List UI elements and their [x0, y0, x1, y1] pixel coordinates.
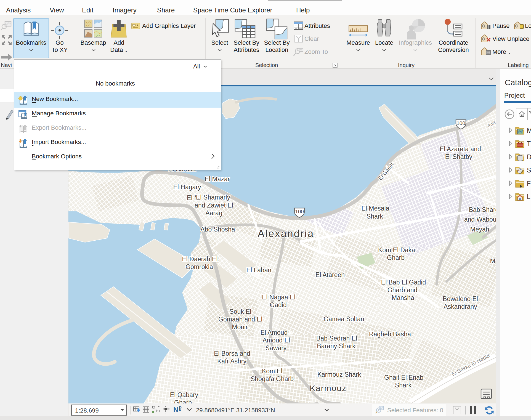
svg-text:N: N: [173, 406, 179, 414]
svg-text:El Hagary: El Hagary: [173, 184, 201, 191]
svg-text:Shark: Shark: [395, 382, 412, 389]
svg-text:Souk El: Souk El: [229, 308, 251, 315]
svg-text:Kom El: Kom El: [262, 368, 282, 375]
svg-text:Karmouz: Karmouz: [310, 384, 347, 393]
svg-text:El Azareta and: El Azareta and: [440, 145, 481, 153]
svg-text:Gharb: Gharb: [174, 399, 192, 403]
svg-text:Ragheb Basha: Ragheb Basha: [369, 331, 411, 338]
svg-text:and Zawiet El: and Zawiet El: [195, 202, 233, 209]
svg-text:and Wabour: and Wabour: [464, 216, 496, 223]
svg-text:El Qabary: El Qabary: [170, 391, 198, 398]
svg-text:Barany Shark: Barany Shark: [317, 342, 355, 350]
svg-text:L: L: [527, 193, 530, 200]
svg-text:Gharb and: Gharb and: [387, 286, 418, 294]
svg-text:Karmouz Shark: Karmouz Shark: [317, 371, 361, 378]
svg-text:Amoud El: Amoud El: [262, 337, 290, 344]
svg-text:Abo Shosha: Abo Shosha: [200, 226, 235, 233]
svg-text:M: M: [527, 127, 531, 134]
svg-text:El Bab El Gadid: El Bab El Gadid: [381, 279, 426, 286]
svg-text:El Atareen: El Atareen: [315, 271, 345, 278]
svg-text:El Laban: El Laban: [246, 267, 272, 274]
svg-text:Monir: Monir: [232, 323, 248, 331]
svg-text:El Mesala: El Mesala: [362, 205, 389, 212]
svg-text:T: T: [527, 140, 531, 147]
svg-text:Kom El Daka: Kom El Daka: [378, 246, 415, 254]
svg-text:100: 100: [295, 209, 304, 214]
svg-text:Gharb: Gharb: [387, 254, 405, 261]
svg-text:Meyah: Meyah: [470, 226, 489, 233]
svg-text:Gamea Soltan: Gamea Soltan: [323, 315, 364, 323]
svg-text:Bab Sedrah El: Bab Sedrah El: [316, 335, 357, 342]
svg-text:El Borsa and: El Borsa and: [214, 350, 250, 357]
svg-text:100: 100: [456, 120, 465, 126]
svg-text:F: F: [527, 180, 531, 187]
svg-text:Kafr Ashry: Kafr Ashry: [217, 358, 247, 365]
svg-text:El Mazar: El Mazar: [205, 176, 230, 183]
svg-text:Gomrokia: Gomrokia: [185, 263, 213, 270]
svg-text:Shoqafa Gharb: Shoqafa Gharb: [251, 375, 294, 382]
svg-text:Alexandria: Alexandria: [258, 228, 314, 239]
svg-text:Sawary: Sawary: [266, 344, 287, 352]
svg-text:Shark: Shark: [367, 213, 383, 220]
svg-text:Askandrany: Askandrany: [444, 303, 477, 310]
svg-text:S: S: [527, 167, 531, 174]
svg-text:El Shatby: El Shatby: [445, 153, 472, 160]
svg-text:El Amoud -: El Amoud -: [261, 329, 292, 336]
svg-text:Bowaleno El: Bowaleno El: [443, 295, 478, 302]
svg-text:El Daerah El: El Daerah El: [182, 256, 217, 263]
svg-text:M: M: [490, 257, 495, 265]
svg-text:Bab Shard: Bab Shard: [469, 206, 496, 213]
svg-text:D: D: [527, 153, 531, 161]
svg-text:El Shamarly: El Shamarly: [196, 194, 230, 201]
svg-text:Gadid: Gadid: [270, 301, 286, 309]
svg-text:Aarag: Aarag: [205, 209, 222, 217]
svg-text:Ghait El Enab: Ghait El Enab: [384, 374, 423, 381]
svg-text:Mansha: Mansha: [392, 294, 414, 301]
svg-text:El Nagaa El: El Nagaa El: [262, 294, 295, 301]
svg-text:Gomaah and El: Gomaah and El: [218, 316, 262, 323]
